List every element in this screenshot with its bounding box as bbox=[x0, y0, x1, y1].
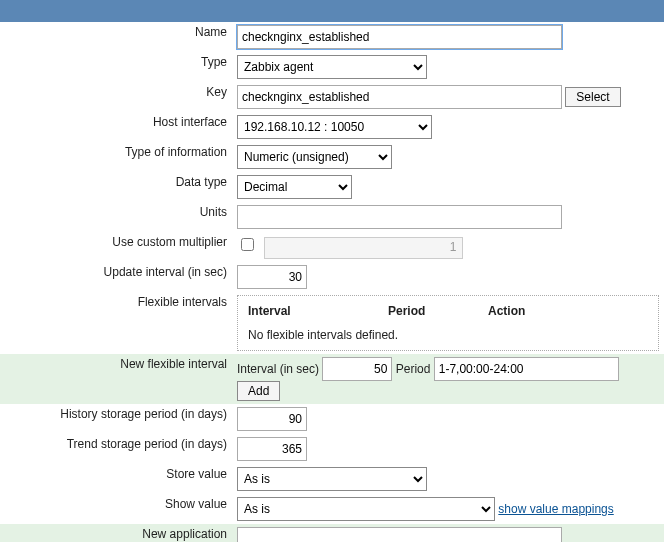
label-trend: Trend storage period (in days) bbox=[0, 434, 232, 464]
show-value-select[interactable]: As is bbox=[237, 497, 495, 521]
label-data-type: Data type bbox=[0, 172, 232, 202]
label-host-interface: Host interface bbox=[0, 112, 232, 142]
label-show-value: Show value bbox=[0, 494, 232, 524]
show-value-mappings-link[interactable]: show value mappings bbox=[498, 502, 613, 516]
flexible-intervals-box: Interval Period Action No flexible inter… bbox=[237, 295, 659, 351]
key-input[interactable] bbox=[237, 85, 562, 109]
units-input[interactable] bbox=[237, 205, 562, 229]
type-info-select[interactable]: Numeric (unsigned) bbox=[237, 145, 392, 169]
history-input[interactable] bbox=[237, 407, 307, 431]
top-bar bbox=[0, 0, 664, 22]
label-store-value: Store value bbox=[0, 464, 232, 494]
label-key: Key bbox=[0, 82, 232, 112]
select-button[interactable]: Select bbox=[565, 87, 620, 107]
update-interval-input[interactable] bbox=[237, 265, 307, 289]
label-multiplier: Use custom multiplier bbox=[0, 232, 232, 262]
label-units: Units bbox=[0, 202, 232, 232]
trend-input[interactable] bbox=[237, 437, 307, 461]
data-type-select[interactable]: Decimal bbox=[237, 175, 352, 199]
add-button[interactable]: Add bbox=[237, 381, 280, 401]
flex-period-label: Period bbox=[396, 362, 431, 376]
new-application-input[interactable] bbox=[237, 527, 562, 542]
host-interface-select[interactable]: 192.168.10.12 : 10050 bbox=[237, 115, 432, 139]
label-flexible-intervals: Flexible intervals bbox=[0, 292, 232, 354]
flex-header-action: Action bbox=[488, 304, 568, 318]
label-history: History storage period (in days) bbox=[0, 404, 232, 434]
type-select[interactable]: Zabbix agent bbox=[237, 55, 427, 79]
flex-header-interval: Interval bbox=[248, 304, 388, 318]
label-type-info: Type of information bbox=[0, 142, 232, 172]
flex-interval-label: Interval (in sec) bbox=[237, 362, 319, 376]
item-form: Name Type Zabbix agent Key Select Host i… bbox=[0, 22, 664, 542]
label-type: Type bbox=[0, 52, 232, 82]
label-name: Name bbox=[0, 22, 232, 52]
flex-header-period: Period bbox=[388, 304, 488, 318]
label-update-interval: Update interval (in sec) bbox=[0, 262, 232, 292]
multiplier-value: 1 bbox=[264, 237, 463, 259]
flex-empty-text: No flexible intervals defined. bbox=[248, 328, 648, 342]
multiplier-checkbox[interactable] bbox=[241, 238, 254, 251]
flex-interval-input[interactable] bbox=[322, 357, 392, 381]
flex-period-input[interactable] bbox=[434, 357, 619, 381]
label-new-application: New application bbox=[0, 524, 232, 542]
name-input[interactable] bbox=[237, 25, 562, 49]
store-value-select[interactable]: As is bbox=[237, 467, 427, 491]
label-new-flexible: New flexible interval bbox=[0, 354, 232, 404]
